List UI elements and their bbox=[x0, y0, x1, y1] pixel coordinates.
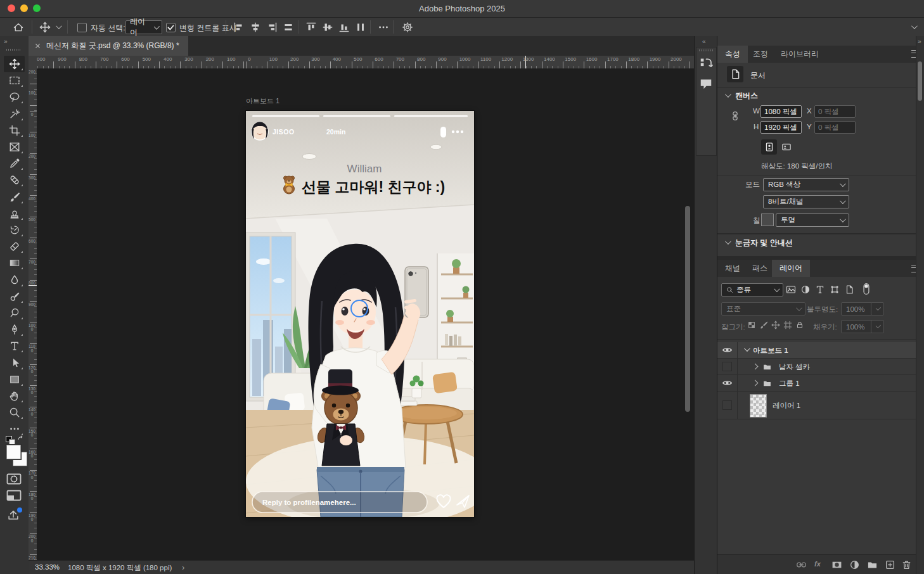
lock-transparency-icon[interactable] bbox=[747, 321, 756, 329]
visibility-toggle[interactable] bbox=[717, 342, 738, 358]
new-layer-icon[interactable] bbox=[885, 559, 895, 570]
blend-mode-dropdown[interactable]: 표준 bbox=[721, 302, 805, 316]
brush-tool[interactable] bbox=[4, 189, 25, 205]
smudge-tool[interactable] bbox=[4, 288, 25, 305]
lock-position-icon[interactable] bbox=[771, 321, 780, 329]
distribute-vertical-icon[interactable] bbox=[281, 20, 295, 34]
new-group-icon[interactable] bbox=[867, 559, 878, 570]
move-tool-icon[interactable] bbox=[38, 20, 52, 34]
orientation-landscape-button[interactable] bbox=[778, 139, 794, 155]
home-icon[interactable] bbox=[11, 20, 25, 34]
collapsed-chevron-icon[interactable] bbox=[752, 364, 759, 370]
filter-smart-objects-icon[interactable] bbox=[844, 284, 854, 295]
layer-row-layer1[interactable]: 레이어 1 bbox=[717, 392, 916, 419]
story-menu-icon[interactable] bbox=[452, 131, 463, 133]
artboard-label[interactable]: 아트보드 1 bbox=[246, 96, 279, 106]
mute-icon[interactable] bbox=[440, 127, 446, 137]
frame-tool[interactable] bbox=[4, 139, 25, 155]
pen-tool[interactable] bbox=[4, 321, 25, 338]
vertical-ruler[interactable]: 2001000100200300400500600700800900100011… bbox=[29, 68, 37, 560]
collapse-panels-icon[interactable]: « bbox=[702, 38, 705, 45]
foreground-color-swatch[interactable] bbox=[6, 445, 21, 459]
document-tab[interactable]: 메신저 화질 굿.psd @ 33.3% (RGB/8) * bbox=[29, 36, 188, 56]
quick-mask-icon[interactable] bbox=[6, 473, 22, 485]
rectangle-tool[interactable] bbox=[4, 371, 25, 388]
opacity-chevron[interactable] bbox=[871, 302, 884, 316]
filter-adjustment-layers-icon[interactable] bbox=[800, 284, 811, 295]
align-bottom-icon[interactable] bbox=[337, 20, 351, 34]
eraser-tool[interactable] bbox=[4, 238, 25, 255]
drag-grip[interactable] bbox=[699, 49, 713, 51]
lock-all-icon[interactable] bbox=[795, 321, 804, 329]
lock-pixels-icon[interactable] bbox=[759, 321, 768, 329]
expand-panel-icon[interactable]: » bbox=[4, 38, 7, 45]
type-tool[interactable] bbox=[4, 338, 25, 354]
crop-tool[interactable] bbox=[4, 122, 25, 139]
canvas-height-input[interactable] bbox=[760, 121, 802, 134]
panel-scrollbar[interactable] bbox=[918, 61, 922, 101]
tab-libraries[interactable]: 라이브러리 bbox=[773, 46, 826, 63]
canvas-pasteboard[interactable]: 아트보드 1 bbox=[37, 68, 694, 560]
layer-thumbnail[interactable] bbox=[750, 394, 767, 418]
chevron-down-icon[interactable] bbox=[56, 23, 62, 29]
clone-stamp-tool[interactable] bbox=[4, 205, 25, 222]
filter-pixel-layers-icon[interactable] bbox=[786, 284, 796, 295]
align-center-horizontal-icon[interactable] bbox=[248, 20, 262, 34]
section-chevron-icon[interactable] bbox=[725, 91, 731, 98]
add-layer-mask-icon[interactable] bbox=[831, 559, 842, 570]
screen-mode-icon[interactable] bbox=[6, 490, 22, 501]
layer-name[interactable]: 아트보드 1 bbox=[753, 346, 788, 355]
tab-adjustments[interactable]: 조정 bbox=[745, 46, 776, 63]
orientation-portrait-button[interactable] bbox=[761, 139, 777, 155]
story-username[interactable]: JISOO bbox=[273, 128, 295, 136]
bit-depth-dropdown[interactable]: 8비트/채널 bbox=[763, 195, 849, 208]
tab-layers[interactable]: 레이어 bbox=[772, 260, 810, 277]
path-selection-tool[interactable] bbox=[4, 355, 25, 371]
eyedropper-tool[interactable] bbox=[4, 155, 25, 172]
document-type-icon[interactable] bbox=[727, 66, 743, 82]
blur-tool[interactable] bbox=[4, 272, 25, 288]
comments-panel-icon[interactable] bbox=[699, 77, 713, 91]
avatar[interactable] bbox=[252, 122, 268, 141]
layer-row-group-hidden[interactable]: 남자 셀카 bbox=[717, 359, 916, 375]
collapsed-chevron-icon[interactable] bbox=[752, 380, 759, 386]
auto-select-checkbox[interactable] bbox=[77, 23, 87, 32]
delete-layer-icon[interactable] bbox=[901, 559, 912, 570]
tab-channels[interactable]: 채널 bbox=[717, 260, 748, 277]
fill-opacity-chevron[interactable] bbox=[871, 320, 884, 333]
align-middle-vertical-icon[interactable] bbox=[321, 20, 335, 34]
visibility-toggle[interactable] bbox=[717, 359, 738, 374]
layer-row-artboard[interactable]: 아트보드 1 bbox=[717, 342, 916, 359]
horizontal-ruler[interactable]: 0009008007006005004003002001000100200300… bbox=[37, 56, 694, 69]
gradient-tool[interactable] bbox=[4, 255, 25, 271]
visibility-toggle[interactable] bbox=[717, 375, 738, 391]
drag-grip[interactable] bbox=[6, 49, 20, 51]
align-left-icon[interactable] bbox=[232, 20, 246, 34]
layer-name[interactable]: 레이어 1 bbox=[773, 401, 800, 411]
link-layers-icon[interactable] bbox=[796, 559, 807, 570]
fill-color-swatch[interactable] bbox=[761, 214, 774, 226]
swap-colors-icon[interactable] bbox=[17, 435, 26, 444]
lock-artboard-icon[interactable] bbox=[783, 321, 792, 329]
more-options-icon[interactable] bbox=[376, 20, 390, 34]
fill-type-dropdown[interactable]: 투명 bbox=[776, 214, 849, 227]
lasso-tool[interactable] bbox=[4, 89, 25, 105]
expand-panels-icon[interactable]: » bbox=[918, 38, 921, 45]
ruler-corner[interactable] bbox=[29, 56, 37, 69]
document-info[interactable]: 1080 픽셀 x 1920 픽셀 (180 ppi) bbox=[68, 563, 172, 573]
tab-properties[interactable]: 속성 bbox=[717, 46, 748, 63]
transform-controls-checkbox[interactable] bbox=[166, 23, 176, 32]
color-mode-dropdown[interactable]: RGB 색상 bbox=[763, 178, 849, 191]
history-panel-icon[interactable] bbox=[699, 56, 713, 70]
tab-paths[interactable]: 패스 bbox=[745, 260, 775, 277]
marquee-tool[interactable] bbox=[4, 72, 25, 89]
align-right-icon[interactable] bbox=[265, 20, 279, 34]
canvas-x-input[interactable] bbox=[814, 105, 856, 118]
fill-opacity-value[interactable]: 100% bbox=[841, 320, 873, 333]
magic-wand-tool[interactable] bbox=[4, 106, 25, 122]
status-chevron-icon[interactable]: › bbox=[182, 563, 184, 572]
artboard[interactable]: JISOO 20min William bbox=[246, 111, 474, 517]
zoom-tool[interactable] bbox=[4, 404, 25, 421]
close-tab-icon[interactable] bbox=[35, 43, 41, 49]
layer-name[interactable]: 그룹 1 bbox=[779, 379, 800, 388]
